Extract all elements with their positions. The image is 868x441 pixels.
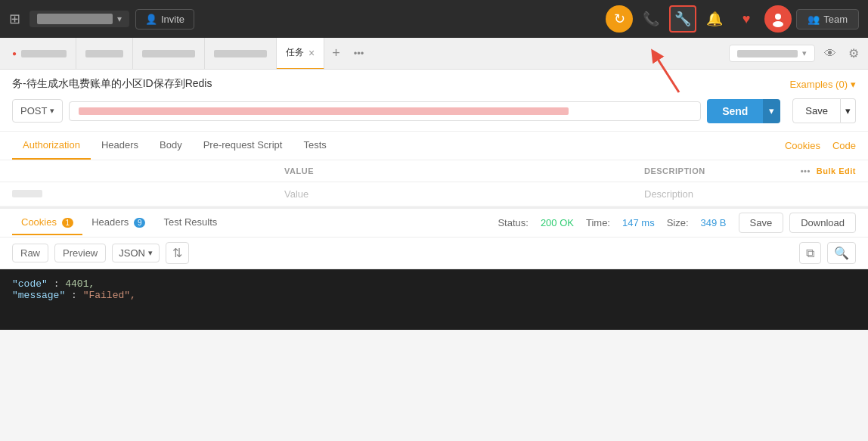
tab-5-close-icon[interactable]: × [308, 47, 315, 59]
tab-4[interactable] [205, 38, 277, 70]
config-tab-right: Cookies Code [785, 140, 856, 151]
tab-3-label [142, 50, 195, 57]
tab-body[interactable]: Body [149, 132, 193, 160]
time-label: Time: [586, 217, 610, 228]
response-body: "code" : 4401, "message" : "Failed", [0, 269, 868, 330]
send-dropdown-icon: ▾ [769, 105, 774, 116]
svg-point-0 [775, 14, 781, 20]
save-button[interactable]: Save [792, 98, 841, 123]
tab-3[interactable] [133, 38, 205, 70]
value-header: VALUE [284, 166, 644, 175]
response-tab-cookies[interactable]: Cookies 1 [12, 210, 82, 235]
preview-button[interactable]: Preview [54, 244, 106, 262]
request-title-row: 务-待生成水电费账单的小区ID保存到Redis Examples (0) ▾ [12, 77, 856, 91]
code-key: "code" [12, 278, 48, 290]
params-header: VALUE DESCRIPTION ••• Bulk Edit [0, 160, 868, 182]
config-tabs: Authorization Headers Body Pre-request S… [0, 132, 868, 160]
time-value: 147 ms [622, 217, 655, 228]
method-selector[interactable]: POST ▾ [12, 99, 63, 123]
wrench-button[interactable]: 🔧 [669, 5, 696, 33]
navbar-left: ⊞ ▾ 👤 Invite [9, 9, 600, 30]
tab-authorization-label: Authorization [23, 139, 80, 151]
cookies-badge: 1 [62, 218, 74, 228]
code-link[interactable]: Code [832, 140, 856, 151]
sort-button[interactable]: ⇅ [166, 242, 189, 264]
settings-icon[interactable]: ⚙ [845, 43, 862, 64]
response-tab-test-results[interactable]: Test Results [154, 210, 226, 235]
tab-5-label: 任务 [286, 46, 304, 59]
navbar: ⊞ ▾ 👤 Invite ↻ 📞 🔧 🔔 ♥ [0, 0, 868, 38]
desc-cell[interactable]: Description [644, 188, 795, 200]
value-placeholder: Value [284, 188, 308, 200]
search-icon: 🔍 [834, 247, 849, 259]
response-save-button[interactable]: Save [739, 213, 784, 233]
tab-2[interactable] [76, 38, 133, 70]
tab-more-button[interactable]: ••• [348, 48, 370, 59]
tab-bar: ● 任务 × + ••• ▾ 👁 ⚙ [0, 38, 868, 70]
bell-button[interactable]: 🔔 [701, 5, 728, 33]
env-name [737, 50, 798, 57]
sort-icon: ⇅ [172, 247, 182, 259]
sync-button[interactable]: ↻ [606, 5, 633, 33]
workspace-selector[interactable]: ▾ [29, 11, 129, 27]
tab-authorization[interactable]: Authorization [12, 132, 91, 160]
heart-icon: ♥ [742, 11, 751, 27]
response-toolbar-right: ⧉ 🔍 [799, 242, 856, 264]
response-area: Cookies 1 Headers 9 Test Results Status:… [0, 207, 868, 330]
response-status: Status: 200 OK Time: 147 ms Size: 349 B [498, 217, 726, 228]
send-button[interactable]: Send [707, 99, 763, 123]
response-download-button[interactable]: Download [789, 213, 856, 233]
avatar-button[interactable] [764, 5, 792, 33]
bulk-edit-button[interactable]: Bulk Edit [817, 166, 856, 175]
copy-button[interactable]: ⧉ [799, 242, 821, 264]
phone-icon-button[interactable]: 📞 [637, 5, 665, 33]
tab-bar-right: ▾ 👁 ⚙ [729, 43, 868, 64]
search-button[interactable]: 🔍 [827, 242, 856, 264]
env-chevron-icon: ▾ [802, 48, 807, 58]
send-group: Send ▾ [707, 99, 780, 123]
tab-add-button[interactable]: + [324, 45, 348, 61]
svg-point-1 [773, 21, 783, 27]
tab-5[interactable]: 任务 × [277, 38, 324, 70]
cookies-tab-label: Cookies [21, 216, 57, 228]
ellipsis-icon[interactable]: ••• [801, 166, 811, 175]
params-table: VALUE DESCRIPTION ••• Bulk Edit Value De… [0, 160, 868, 207]
sync-icon: ↻ [614, 11, 625, 27]
tab-1[interactable]: ● [3, 38, 76, 70]
examples-link[interactable]: Examples (0) ▾ [789, 79, 856, 90]
response-tab-headers[interactable]: Headers 9 [82, 210, 154, 235]
cookies-link[interactable]: Cookies [785, 140, 820, 151]
request-row: POST ▾ Send ▾ Save ▾ [12, 98, 856, 123]
team-button[interactable]: 👥 Team [796, 9, 859, 30]
wrench-icon: 🔧 [674, 11, 691, 27]
tab-prerequest[interactable]: Pre-request Script [193, 132, 293, 160]
tab-tests-label: Tests [303, 139, 326, 151]
code-value: 4401, [65, 278, 95, 290]
desc-header: DESCRIPTION [644, 166, 795, 175]
value-cell[interactable]: Value [284, 188, 644, 200]
chevron-down-icon: ▾ [117, 14, 122, 24]
invite-button[interactable]: 👤 Invite [135, 9, 194, 30]
request-area: 务-待生成水电费账单的小区ID保存到Redis Examples (0) ▾ P… [0, 70, 868, 132]
raw-button[interactable]: Raw [12, 244, 48, 262]
eye-icon[interactable]: 👁 [821, 44, 839, 64]
url-input[interactable] [69, 101, 701, 121]
invite-label: Invite [161, 14, 184, 25]
tab-headers[interactable]: Headers [91, 132, 149, 160]
save-dropdown-icon: ▾ [845, 105, 851, 116]
tab-2-label [85, 50, 123, 57]
avatar-icon [770, 11, 786, 27]
tab-tests[interactable]: Tests [293, 132, 336, 160]
send-dropdown-button[interactable]: ▾ [763, 99, 780, 123]
save-dropdown-button[interactable]: ▾ [841, 98, 856, 123]
response-line-1: "code" : 4401, [12, 278, 856, 290]
environment-selector[interactable]: ▾ [729, 45, 815, 62]
method-chevron-icon: ▾ [50, 106, 54, 116]
params-header-right: ••• Bulk Edit [801, 166, 856, 175]
format-selector[interactable]: JSON ▾ [112, 244, 160, 262]
phone-icon: 📞 [643, 11, 659, 27]
heart-button[interactable]: ♥ [733, 5, 760, 33]
colon-1: : [54, 278, 60, 290]
key-header [12, 166, 284, 175]
users-icon: 👥 [808, 14, 820, 25]
